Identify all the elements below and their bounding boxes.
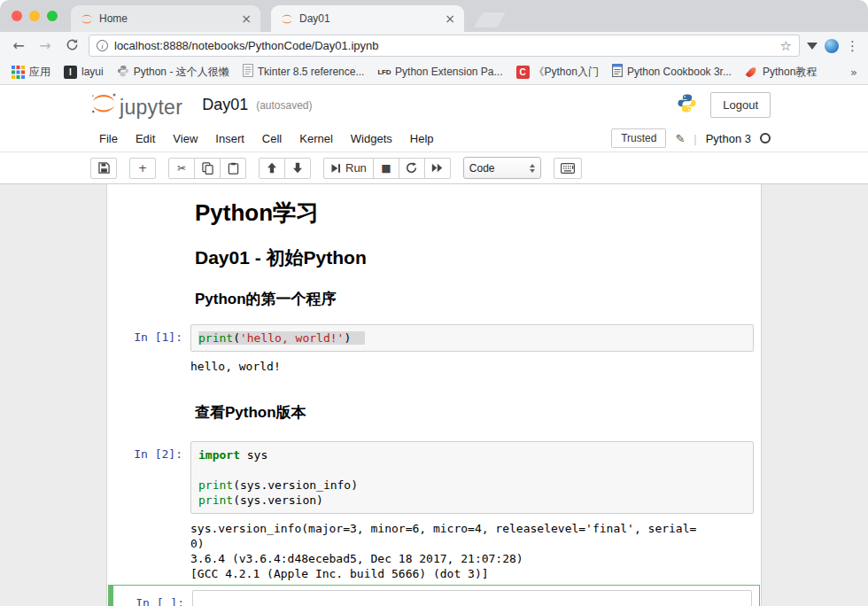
restart-icon [406, 162, 417, 174]
bookmark-tkinter[interactable]: Tkinter 8.5 reference... [243, 64, 365, 80]
menu-kernel[interactable]: Kernel [291, 128, 342, 150]
new-tab-button[interactable] [474, 12, 506, 27]
bookmark-apps[interactable]: 应用 [11, 65, 50, 80]
logout-button[interactable]: Logout [710, 92, 771, 118]
floppy-icon [98, 162, 110, 174]
close-tab-icon[interactable]: × [241, 12, 252, 25]
restart-run-all-button[interactable] [424, 158, 451, 179]
keyboard-icon [561, 163, 575, 174]
jupyter-logo[interactable]: jupyter [90, 91, 182, 119]
menu-file[interactable]: File [90, 128, 127, 150]
window-controls [12, 11, 58, 21]
bookmarks-overflow-icon[interactable]: » [850, 66, 857, 79]
code-input[interactable]: print('hello, world!') [190, 324, 754, 352]
notebook-title[interactable]: Day01 [202, 96, 248, 114]
code-token: ) [344, 331, 351, 345]
add-cell-button[interactable]: + [129, 158, 156, 179]
output-prompt [107, 352, 190, 358]
cell-type-value: Code [469, 162, 495, 175]
bookmark-label: Python Extension Pa... [395, 66, 502, 78]
tab-title: Home [99, 12, 235, 25]
book-icon [612, 64, 623, 80]
bookmark-lfd[interactable]: LFD Python Extension Pa... [377, 66, 502, 78]
trusted-button[interactable]: Trusted [611, 128, 666, 148]
step-forward-icon [330, 163, 341, 174]
blank-code-line [198, 462, 746, 478]
menu-view[interactable]: View [164, 128, 206, 150]
edit-mode-indicator-bar [109, 586, 113, 606]
copy-icon [202, 162, 213, 175]
bookmark-label: 《Python入门 [534, 65, 599, 80]
bookmark-layui[interactable]: l layui [64, 66, 104, 79]
close-tab-icon[interactable]: × [445, 12, 455, 25]
output-text: [GCC 4.2.1 (Apple Inc. build 5666) (dot … [190, 566, 754, 581]
bookmark-python-intro[interactable]: C 《Python入门 [516, 65, 599, 80]
output-text: 0) [190, 536, 754, 551]
menu-edit[interactable]: Edit [127, 128, 164, 150]
python-logo-icon [677, 93, 697, 117]
move-cell-up-button[interactable] [259, 158, 285, 179]
notebook-menubar: File Edit View Insert Cell Kernel Widget… [0, 125, 868, 152]
paste-cell-button[interactable] [220, 158, 246, 179]
jupyter-header: jupyter Day01 (autosaved) Logout [0, 85, 868, 125]
bookmark-cookbook[interactable]: Python Cookbook 3r... [612, 64, 732, 80]
bookmark-label: Tkinter 8.5 reference... [258, 66, 365, 78]
code-token: (sys.version_info) [233, 478, 358, 492]
page-info-icon[interactable]: i [97, 40, 108, 51]
bookmark-star-icon[interactable]: ☆ [780, 38, 792, 54]
menu-widgets[interactable]: Widgets [342, 128, 401, 150]
cell-type-select[interactable]: Code [463, 157, 541, 179]
document-icon [243, 64, 253, 80]
run-cell-button[interactable]: Run [323, 158, 374, 179]
markdown-cell: Python学习 Day01 - 初始Python Python的第一个程序 [107, 198, 761, 309]
download-extension-icon[interactable] [807, 43, 818, 50]
code-input[interactable]: import sys print(sys.version_info) print… [190, 441, 754, 514]
url-input[interactable]: i localhost:8888/notebooks/PythonCode/Da… [89, 35, 800, 57]
code-input[interactable] [192, 590, 752, 606]
minimize-window-button[interactable] [29, 11, 40, 21]
save-button[interactable] [90, 158, 117, 179]
output-prompt [107, 514, 190, 520]
markdown-cell: 查看Python版本 [107, 403, 761, 423]
menu-insert[interactable]: Insert [206, 128, 253, 150]
forward-icon[interactable]: → [35, 39, 55, 53]
autosave-status: (autosaved) [256, 99, 312, 112]
reload-icon[interactable] [62, 38, 81, 54]
restart-kernel-button[interactable] [399, 158, 425, 179]
bookmark-python-blog[interactable]: Python - 这个人很懒 [117, 65, 229, 80]
menu-cell[interactable]: Cell [253, 128, 291, 150]
browser-menu-icon[interactable]: ⋮ [846, 38, 859, 54]
menu-help[interactable]: Help [401, 128, 443, 150]
apps-grid-icon [11, 65, 25, 79]
url-text: localhost:8888/notebooks/PythonCode/Day0… [114, 39, 774, 52]
move-cell-down-button[interactable] [284, 158, 311, 179]
arrow-up-icon [267, 162, 277, 174]
layui-icon: l [64, 66, 77, 79]
code-cell-3-selected[interactable]: In [ ]: [108, 585, 760, 606]
code-cell-1: In [1]: print('hello, world!') hello, wo… [107, 324, 761, 374]
tab-home[interactable]: Home × [71, 5, 260, 32]
zoom-window-button[interactable] [47, 11, 58, 21]
feather-icon [746, 66, 758, 78]
bookmarks-bar: 应用 l layui Python - 这个人很懒 Tkinter 8.5 re… [0, 59, 868, 85]
tab-day01[interactable]: Day01 × [271, 5, 464, 32]
input-prompt: In [1]: [107, 324, 190, 344]
interrupt-kernel-button[interactable]: ■ [373, 158, 399, 179]
cut-cell-button[interactable]: ✂ [168, 158, 195, 179]
address-bar: ← → i localhost:8888/notebooks/PythonCod… [0, 32, 868, 59]
heading-check-version: 查看Python版本 [195, 403, 754, 423]
c-site-icon: C [516, 66, 530, 79]
notebook-area: Python学习 Day01 - 初始Python Python的第一个程序 I… [0, 184, 868, 606]
output-text: hello, world! [190, 359, 754, 374]
close-window-button[interactable] [12, 11, 22, 21]
browser-extension-icon[interactable] [825, 39, 839, 53]
copy-cell-button[interactable] [194, 158, 221, 179]
cell-output: hello, world! [190, 352, 754, 374]
heading-python-study: Python学习 [195, 198, 754, 227]
kernel-name: Python 3 [706, 132, 751, 145]
bookmark-python-tutorial[interactable]: Python教程 [745, 65, 817, 80]
python-gray-icon [117, 65, 129, 80]
command-palette-button[interactable] [554, 158, 582, 179]
back-icon[interactable]: ← [9, 39, 28, 53]
select-arrows-icon [530, 164, 535, 173]
